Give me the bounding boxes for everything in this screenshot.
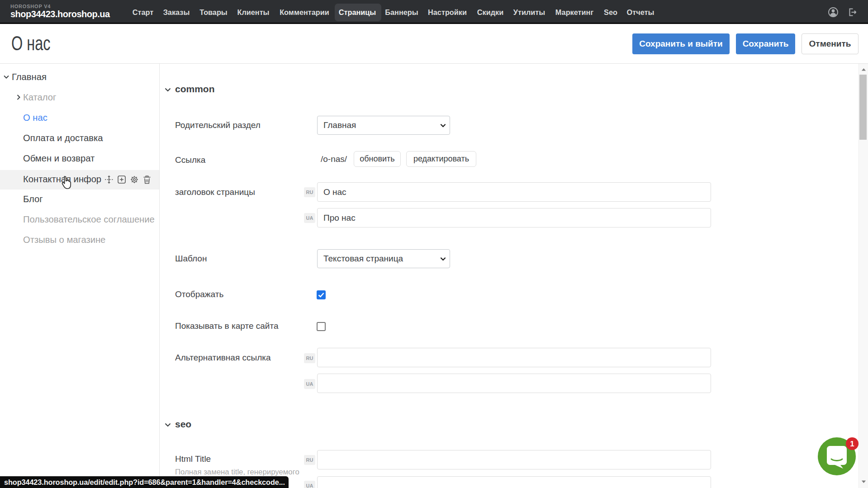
svg-text:1: 1: [850, 440, 854, 448]
